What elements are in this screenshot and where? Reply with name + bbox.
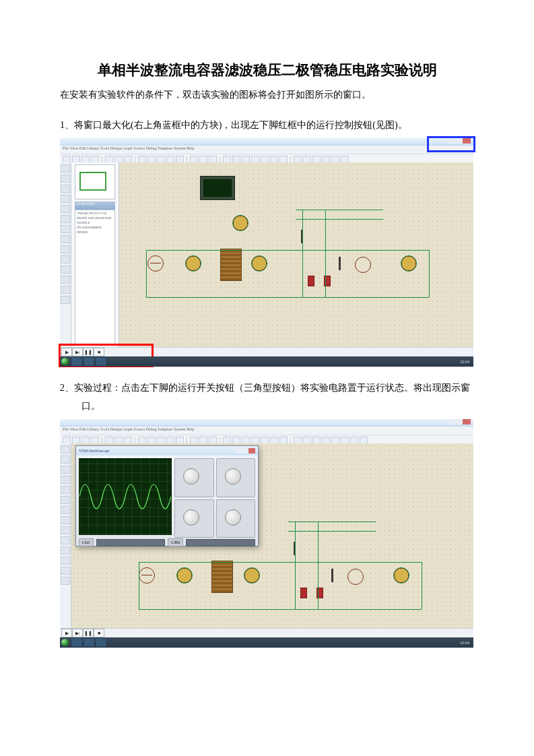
led-indicator[interactable] bbox=[355, 257, 371, 273]
taskbar-item[interactable] bbox=[96, 357, 106, 366]
window-controls[interactable] bbox=[446, 419, 471, 424]
ch1-label[interactable]: Ch1 bbox=[79, 538, 94, 546]
osc-control-block[interactable] bbox=[216, 458, 256, 497]
tool-item[interactable] bbox=[61, 506, 70, 514]
tool-item[interactable] bbox=[61, 557, 70, 565]
step-button[interactable]: ▶| bbox=[72, 348, 83, 356]
voltmeter-component[interactable] bbox=[244, 567, 260, 584]
taskbar-item[interactable] bbox=[84, 357, 94, 366]
taskbar[interactable]: 22:04 bbox=[60, 356, 473, 367]
led-component[interactable] bbox=[339, 257, 341, 270]
tool-item[interactable] bbox=[61, 445, 70, 453]
window-controls[interactable] bbox=[446, 138, 471, 144]
led-component[interactable] bbox=[331, 569, 333, 582]
tool-item[interactable] bbox=[61, 175, 70, 183]
tool-item[interactable] bbox=[61, 466, 70, 474]
schematic-canvas[interactable] bbox=[119, 162, 473, 348]
tool-item[interactable] bbox=[61, 536, 70, 544]
taskbar-item[interactable] bbox=[84, 638, 94, 647]
oscilloscope-component[interactable] bbox=[200, 176, 235, 200]
stop-button[interactable]: ■ bbox=[94, 629, 104, 637]
schematic-canvas[interactable]: VSM Oscilloscope bbox=[71, 443, 473, 629]
close-button[interactable] bbox=[463, 138, 471, 144]
minimize-button[interactable] bbox=[235, 448, 242, 453]
tool-sidebar[interactable] bbox=[60, 443, 71, 629]
tool-item[interactable] bbox=[61, 205, 70, 213]
pause-button[interactable]: ❚❚ bbox=[83, 348, 94, 356]
tool-item[interactable] bbox=[61, 526, 70, 534]
oscilloscope-panel[interactable]: VSM Oscilloscope bbox=[75, 445, 259, 546]
voltmeter-component[interactable] bbox=[401, 255, 417, 272]
oscilloscope-titlebar[interactable]: VSM Oscilloscope bbox=[76, 446, 258, 455]
amplitude-knob[interactable] bbox=[225, 468, 241, 484]
tool-item[interactable] bbox=[61, 296, 70, 304]
play-button[interactable]: ▶ bbox=[61, 629, 72, 637]
tool-item[interactable] bbox=[61, 235, 70, 243]
osc-control-block[interactable] bbox=[174, 458, 214, 497]
taskbar-item[interactable] bbox=[96, 638, 106, 647]
trigger-knob[interactable] bbox=[225, 509, 241, 526]
oscilloscope-footer[interactable]: Ch1 CH2 bbox=[76, 538, 258, 547]
tool-item[interactable] bbox=[61, 476, 70, 484]
osc-control-block[interactable] bbox=[216, 499, 256, 538]
maximize-button[interactable] bbox=[455, 138, 463, 144]
tool-item[interactable] bbox=[61, 215, 70, 223]
tool-item[interactable] bbox=[61, 225, 70, 233]
maximize-button[interactable] bbox=[455, 419, 463, 424]
tool-item[interactable] bbox=[61, 245, 70, 253]
voltmeter-component[interactable] bbox=[251, 255, 267, 272]
tool-item[interactable] bbox=[61, 255, 70, 263]
transformer-component[interactable] bbox=[211, 561, 233, 593]
close-button[interactable] bbox=[248, 448, 255, 453]
tool-item[interactable] bbox=[61, 455, 70, 464]
simulation-controls[interactable]: ▶ ▶| ❚❚ ■ bbox=[61, 629, 104, 637]
tool-item[interactable] bbox=[61, 185, 70, 193]
tool-item[interactable] bbox=[61, 164, 70, 172]
play-button[interactable]: ▶ bbox=[61, 348, 72, 356]
tool-item[interactable] bbox=[61, 195, 70, 203]
tool-sidebar[interactable] bbox=[60, 162, 71, 348]
step-button[interactable]: ▶| bbox=[72, 629, 83, 637]
simulation-controls[interactable]: ▶ ▶| ❚❚ ■ bbox=[61, 348, 104, 356]
ac-source-component[interactable] bbox=[139, 567, 155, 584]
tool-item[interactable] bbox=[61, 486, 70, 494]
transformer-component[interactable] bbox=[220, 249, 242, 281]
minimize-button[interactable] bbox=[446, 138, 455, 144]
capacitor-component[interactable] bbox=[300, 588, 307, 598]
minimize-button[interactable] bbox=[446, 419, 455, 424]
oscilloscope-controls[interactable] bbox=[174, 455, 258, 538]
ch2-slot[interactable] bbox=[186, 539, 255, 546]
tool-item[interactable] bbox=[61, 567, 70, 575]
timebase-knob[interactable] bbox=[183, 468, 199, 484]
start-orb-icon[interactable] bbox=[61, 639, 69, 646]
taskbar-item[interactable] bbox=[71, 638, 82, 647]
ch2-label[interactable]: CH2 bbox=[168, 538, 183, 546]
menu-bar[interactable]: File View Edit Library Tools Design Grap… bbox=[60, 146, 473, 154]
capacitor-component[interactable] bbox=[308, 276, 314, 286]
voltmeter-component[interactable] bbox=[176, 567, 193, 584]
tool-item[interactable] bbox=[61, 516, 70, 524]
taskbar[interactable]: 22:04 bbox=[60, 637, 473, 648]
overview-preview[interactable] bbox=[75, 164, 115, 199]
ch1-slot[interactable] bbox=[96, 539, 166, 546]
taskbar-item[interactable] bbox=[71, 357, 82, 366]
close-button[interactable] bbox=[463, 419, 471, 424]
voltmeter-component[interactable] bbox=[393, 567, 409, 584]
tool-item[interactable] bbox=[61, 496, 70, 504]
maximize-button[interactable] bbox=[242, 448, 248, 453]
tool-item[interactable] bbox=[61, 577, 70, 585]
tool-item[interactable] bbox=[61, 286, 70, 294]
start-orb-icon[interactable] bbox=[61, 358, 69, 365]
ammeter-component[interactable] bbox=[232, 215, 248, 231]
voltmeter-component[interactable] bbox=[185, 255, 201, 272]
ac-source-component[interactable] bbox=[147, 255, 164, 272]
menu-bar[interactable]: File View Edit Library Tools Design Grap… bbox=[60, 427, 473, 435]
device-list[interactable]: 1N4148 2N2222 CAP DIODE LED RESISTOR SOU… bbox=[75, 210, 115, 344]
tool-item[interactable] bbox=[61, 546, 70, 555]
tool-item[interactable] bbox=[61, 276, 70, 284]
stop-button[interactable]: ■ bbox=[94, 348, 104, 356]
tool-item[interactable] bbox=[61, 265, 70, 274]
osc-control-block[interactable] bbox=[174, 499, 214, 538]
position-knob[interactable] bbox=[183, 509, 199, 526]
pause-button[interactable]: ❚❚ bbox=[83, 629, 94, 637]
